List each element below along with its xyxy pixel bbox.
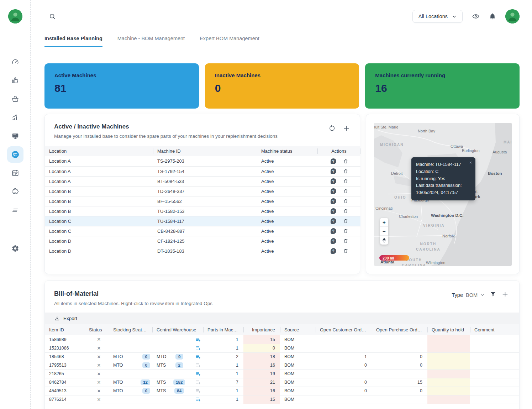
comment-cell[interactable] — [470, 335, 520, 344]
stat-card-machines-running: Machines currently running 16 — [365, 63, 520, 109]
comment-cell[interactable] — [470, 395, 520, 404]
comment-cell[interactable] — [470, 352, 520, 361]
bom-row[interactable]: 8776214 1 15 BOM — [45, 395, 520, 404]
help-icon[interactable]: ? — [331, 178, 336, 184]
tooltip-close-icon[interactable]: × — [469, 159, 472, 166]
help-icon[interactable]: ? — [331, 208, 336, 214]
playlist-add-icon[interactable] — [195, 388, 201, 394]
delete-icon[interactable] — [343, 198, 348, 204]
bom-row[interactable]: 185468 MTO0 MTO9 2 18 BOM 1 0 — [45, 352, 520, 361]
quantity-to-hold-cell[interactable] — [427, 335, 470, 344]
sidebar-item-settings-gear-icon[interactable] — [7, 240, 23, 257]
sidebar-item-dashboard-gauge-icon[interactable] — [7, 54, 23, 70]
delete-icon[interactable] — [343, 208, 348, 214]
help-icon[interactable]: ? — [331, 188, 336, 194]
help-icon[interactable]: ? — [331, 248, 336, 254]
machine-row[interactable]: Location A BT-5084-533 Active ? — [45, 176, 360, 186]
compass-button[interactable] — [380, 236, 388, 245]
central-warehouse-badge: 2 — [175, 362, 183, 368]
map-city-label: Detroit — [391, 171, 402, 175]
map-canvas[interactable]: Sault Ste. Marie North Bay Ottawa Burlin… — [374, 123, 512, 266]
workspace-avatar[interactable] — [8, 9, 22, 23]
sidebar-item-calendar-icon[interactable] — [7, 165, 23, 181]
open-customer-orders-value — [316, 344, 372, 352]
bom-row[interactable]: 4549513 MTO0 MTS84 1 16 BOM 0 0 — [45, 387, 520, 395]
machine-row[interactable]: Location D DT-1835-183 Active ? — [45, 246, 360, 256]
user-avatar[interactable] — [505, 9, 520, 23]
location-filter-dropdown[interactable]: All Locations — [412, 10, 463, 23]
export-button[interactable]: Export — [54, 316, 77, 321]
playlist-add-icon[interactable] — [195, 345, 201, 351]
machine-row[interactable]: Location B BF-15-5562 Active ? — [45, 196, 360, 206]
help-icon[interactable]: ? — [331, 158, 336, 164]
delete-icon[interactable] — [343, 168, 348, 174]
machine-row[interactable]: Location B TD-2648-337 Active ? — [45, 186, 360, 196]
comment-cell[interactable] — [470, 361, 520, 369]
sidebar-item-monitor-icon[interactable] — [7, 128, 23, 144]
zoom-out-button[interactable]: − — [380, 227, 388, 236]
delete-icon[interactable] — [343, 248, 348, 254]
playlist-add-icon[interactable] — [195, 337, 201, 342]
sidebar-item-basket-icon[interactable] — [7, 91, 23, 107]
tab-machine-bom-management[interactable]: Machine - BOM Management — [117, 36, 185, 47]
comment-cell[interactable] — [470, 378, 520, 387]
quantity-to-hold-cell[interactable] — [427, 387, 470, 395]
sidebar-item-layers-icon[interactable] — [7, 202, 23, 218]
delete-icon[interactable] — [343, 158, 348, 164]
sidebar-item-thumbs-up-icon[interactable] — [7, 72, 23, 89]
bom-row[interactable]: 8462784 MTO12 MTS152 7 21 BOM 0 15 — [45, 378, 520, 387]
playlist-add-icon[interactable] — [195, 354, 201, 360]
delete-icon[interactable] — [343, 178, 348, 184]
add-machine-icon[interactable] — [343, 125, 350, 133]
delete-icon[interactable] — [343, 238, 348, 244]
bom-row[interactable]: 15231086 1 0 BOM — [45, 344, 520, 352]
tab-installed-base-planning[interactable]: Installed Base Planning — [44, 36, 102, 47]
bom-row[interactable]: 218265 1 19 BOM — [45, 369, 520, 378]
comment-cell[interactable] — [470, 344, 520, 352]
bom-row[interactable]: 1586989 1 15 BOM — [45, 335, 520, 344]
machine-row[interactable]: Location C CB-8428-887 Active ? — [45, 226, 360, 236]
help-icon[interactable]: ? — [331, 238, 336, 244]
notifications-bell-icon[interactable] — [489, 13, 496, 20]
central-warehouse-badge: 84 — [174, 388, 184, 394]
playlist-add-icon[interactable] — [195, 379, 201, 385]
sidebar-item-analytics-icon[interactable] — [7, 109, 23, 126]
search-icon[interactable] — [49, 13, 56, 20]
machine-row[interactable]: Location B TU-1582-153 Active ? — [45, 206, 360, 216]
sidebar-item-installed-base-globe-icon[interactable] — [7, 146, 23, 163]
quantity-to-hold-cell[interactable] — [427, 378, 470, 387]
delete-icon[interactable] — [343, 218, 348, 224]
quantity-to-hold-cell[interactable] — [427, 361, 470, 369]
playlist-add-icon[interactable] — [195, 362, 201, 368]
bom-row[interactable]: 1795513 MTO0 MTS2 1 16 BOM 0 0 — [45, 361, 520, 369]
quantity-to-hold-cell[interactable] — [427, 369, 470, 378]
playlist-add-icon[interactable] — [195, 371, 201, 377]
quantity-to-hold-cell[interactable] — [427, 352, 470, 361]
help-icon[interactable]: ? — [331, 218, 336, 224]
help-icon[interactable]: ? — [331, 168, 336, 174]
tab-expert-bom-management[interactable]: Expert BOM Management — [200, 36, 259, 47]
delete-icon[interactable] — [343, 228, 348, 234]
refresh-icon[interactable] — [328, 125, 335, 133]
help-icon[interactable]: ? — [331, 198, 336, 204]
sidebar-item-puzzle-icon[interactable] — [7, 183, 23, 200]
parts-in-machine-value: 7 — [203, 378, 243, 387]
machine-row-selected[interactable]: Location C TU-1584-117 Active ? — [45, 216, 360, 226]
type-dropdown[interactable]: Type BOM — [452, 292, 484, 298]
machine-row[interactable]: Location D CF-1824-125 Active ? — [45, 236, 360, 246]
add-item-icon[interactable] — [502, 291, 509, 299]
zoom-in-button[interactable]: + — [380, 218, 388, 227]
filter-funnel-icon[interactable] — [490, 291, 496, 299]
quantity-to-hold-cell[interactable] — [427, 395, 470, 404]
machine-row[interactable]: Location A TS-1792-154 Active ? — [45, 166, 360, 176]
help-icon[interactable]: ? — [331, 228, 336, 234]
eye-icon[interactable] — [472, 12, 480, 20]
topbar-right: All Locations — [412, 9, 520, 23]
machine-row[interactable]: Location A TS-2975-203 Active ? — [45, 156, 360, 166]
quantity-to-hold-cell[interactable] — [427, 344, 470, 352]
comment-cell[interactable] — [470, 369, 520, 378]
playlist-add-icon[interactable] — [195, 397, 201, 402]
delete-icon[interactable] — [343, 188, 348, 194]
central-warehouse-badge: 9 — [175, 354, 183, 360]
comment-cell[interactable] — [470, 387, 520, 395]
